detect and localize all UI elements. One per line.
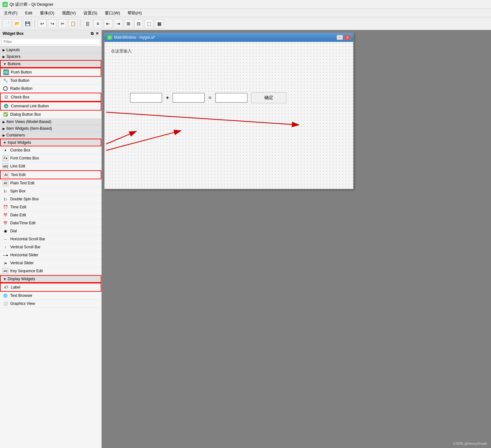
item-vertical-scroll-bar[interactable]: ↕ Vertical Scroll Bar <box>0 243 101 251</box>
menu-pane[interactable]: 窗口(W) <box>104 10 121 17</box>
toolbar-layout2[interactable]: ≡ <box>93 19 102 28</box>
vertical-slider-label: Vertical Slider <box>10 261 34 265</box>
item-check-box[interactable]: ☑ Check Box <box>0 93 101 102</box>
item-horizontal-slider[interactable]: —● Horizontal Slider <box>0 251 101 259</box>
item-push-button[interactable]: OK Push Button <box>0 68 101 77</box>
equals-operator: = <box>208 95 211 101</box>
menu-view[interactable]: 视图(V) <box>61 10 77 17</box>
item-radio-button[interactable]: Radio Button <box>0 85 101 93</box>
toolbar-layout7[interactable]: ⬚ <box>144 19 153 28</box>
item-spin-box[interactable]: 1↕ Spin Box <box>0 187 101 195</box>
key-sequence-label: Key Sequence Edit <box>10 269 43 273</box>
toolbar-redo[interactable]: ↪ <box>48 19 57 28</box>
plain-text-edit-label: Plain Text Edit <box>10 181 35 185</box>
double-spin-box-label: Double Spin Box <box>10 197 39 201</box>
item-horizontal-scroll-bar[interactable]: ↔ Horizontal Scroll Bar <box>0 235 101 243</box>
item-combo-box[interactable]: ▾ Combo Box <box>0 146 101 154</box>
item-vertical-slider[interactable]: |● Vertical Slider <box>0 259 101 267</box>
item-font-combo-box[interactable]: F▾ Font Combo Box <box>0 154 101 162</box>
toolbar-select[interactable]: ✂ <box>58 19 67 28</box>
item-datetime-edit[interactable]: 📅 Date/Time Edit <box>0 219 101 227</box>
category-layouts[interactable]: ▶ Layouts <box>0 47 101 53</box>
menu-settings[interactable]: 设置(S) <box>82 10 98 17</box>
app-icon: Qt <box>3 2 8 7</box>
menu-help[interactable]: 帮助(H) <box>126 10 143 17</box>
float-icon[interactable]: ⧉ <box>91 31 94 36</box>
toolbar-undo[interactable]: ↩ <box>38 19 47 28</box>
item-time-edit[interactable]: ⏰ Time Edit <box>0 203 101 211</box>
spin-box-label: Spin Box <box>10 189 26 193</box>
item-key-sequence-edit[interactable]: ab| Key Sequence Edit <box>0 267 101 275</box>
category-input-widgets[interactable]: ▼ Input Widgets <box>0 139 101 146</box>
item-dialog-button-box[interactable]: ✅ Dialog Button Box <box>0 111 101 119</box>
menu-window[interactable]: 窗体(O) <box>39 10 56 17</box>
spin-box-icon: 1↕ <box>3 188 8 194</box>
designer-win-buttons: − ✕ <box>337 35 351 40</box>
text-browser-label: Text Browser <box>10 293 32 298</box>
input-widgets-arrow: ▼ <box>3 141 6 144</box>
item-label[interactable]: 🏷 Label <box>0 283 101 292</box>
toolbar-paste[interactable]: 📋 <box>68 19 77 28</box>
push-button-icon: OK <box>3 69 9 75</box>
toolbar-save[interactable]: 💾 <box>23 19 32 28</box>
toolbar-layout4[interactable]: ⇥ <box>114 19 123 28</box>
toolbar-layout6[interactable]: ⊟ <box>134 19 143 28</box>
item-date-edit[interactable]: 📅 Date Edit <box>0 211 101 219</box>
double-spin-box-icon: 1↕ <box>3 196 8 202</box>
toolbar-layout1[interactable]: ||| <box>83 19 92 28</box>
date-edit-label: Date Edit <box>10 213 26 217</box>
datetime-edit-icon: 📅 <box>3 220 8 226</box>
item-tool-button[interactable]: 🔧 Tool Button <box>0 77 101 85</box>
dialog-button-label: Dialog Button Box <box>10 112 41 117</box>
combo-box-label: Combo Box <box>10 148 30 152</box>
item-graphics-view[interactable]: ⬜ Graphics View <box>0 300 101 308</box>
spacers-label: Spacers <box>6 54 20 59</box>
confirm-button[interactable]: 确定 <box>251 92 286 103</box>
item-views-label: Item Views (Model-Based) <box>6 120 51 124</box>
designer-canvas[interactable]: 在这里输入 + = 确定 <box>105 42 353 189</box>
menu-bar: 文件(F) Edit 窗体(O) 视图(V) 设置(S) 窗口(W) 帮助(H) <box>0 9 491 17</box>
item-line-edit[interactable]: ab| Line Edit <box>0 162 101 170</box>
time-edit-icon: ⏰ <box>3 204 8 210</box>
check-box-label: Check Box <box>11 95 29 99</box>
category-display-widgets[interactable]: ▼ Display Widgets <box>0 275 101 283</box>
item-plain-text-edit[interactable]: AI Plain Text Edit <box>0 179 101 187</box>
category-spacers[interactable]: ▶ Spacers <box>0 53 101 60</box>
menu-file[interactable]: 文件(F) <box>3 10 19 17</box>
datetime-edit-label: Date/Time Edit <box>10 221 35 225</box>
svg-line-2 <box>106 131 136 144</box>
item-dial[interactable]: ◉ Dial <box>0 227 101 235</box>
category-item-views[interactable]: ▶ Item Views (Model-Based) <box>0 119 101 125</box>
minimize-button[interactable]: − <box>337 35 343 40</box>
designer-window: Qt MainWindow - mygui.ui* − ✕ 在这里输入 + = … <box>104 33 354 189</box>
key-sequence-icon: ab| <box>3 268 8 274</box>
toolbar-layout5[interactable]: ⊞ <box>124 19 133 28</box>
toolbar-layout3[interactable]: ⇤ <box>104 19 113 28</box>
item-command-link-button[interactable]: ➡ Command Link Button <box>0 102 101 111</box>
input-field-1[interactable] <box>130 93 162 103</box>
time-edit-label: Time Edit <box>10 205 26 209</box>
category-item-widgets[interactable]: ▶ Item Widgets (Item-Based) <box>0 125 101 132</box>
check-box-icon: ☑ <box>3 94 9 100</box>
font-combo-icon: F▾ <box>3 155 8 161</box>
item-text-edit[interactable]: AI Text Edit <box>0 170 101 179</box>
command-link-label: Command Link Button <box>11 104 49 108</box>
result-field[interactable] <box>215 93 247 103</box>
toolbar-open[interactable]: 📂 <box>13 19 22 28</box>
item-double-spin-box[interactable]: 1↕ Double Spin Box <box>0 195 101 203</box>
display-widgets-arrow: ▼ <box>3 277 6 281</box>
category-buttons[interactable]: ▼ Buttons <box>0 60 101 68</box>
font-combo-label: Font Combo Box <box>10 156 39 160</box>
app-title-bar: Qt Qt 设计师 - Qt Designer <box>0 0 491 9</box>
toolbar-new[interactable]: 📄 <box>3 19 12 28</box>
close-icon[interactable]: ✕ <box>96 31 99 36</box>
category-containers[interactable]: ▶ Containers <box>0 132 101 139</box>
containers-arrow: ▶ <box>3 134 5 137</box>
menu-edit[interactable]: Edit <box>24 10 34 16</box>
toolbar-preview[interactable]: ▦ <box>155 19 164 28</box>
input-field-2[interactable] <box>173 93 205 103</box>
filter-input[interactable] <box>1 39 100 45</box>
widget-box-controls[interactable]: ⧉ ✕ <box>91 31 99 36</box>
item-text-browser[interactable]: 🌐 Text Browser <box>0 292 101 300</box>
close-button[interactable]: ✕ <box>344 35 351 40</box>
